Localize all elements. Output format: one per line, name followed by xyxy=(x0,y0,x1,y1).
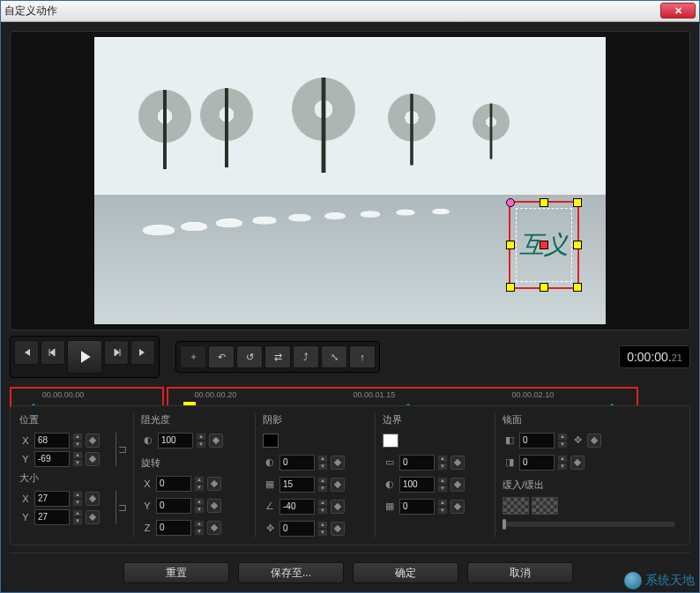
keyframe-toggle[interactable] xyxy=(331,500,345,514)
spinner[interactable]: ▲▼ xyxy=(317,499,328,515)
add-key-button[interactable]: ✦ xyxy=(180,345,206,368)
titlebar[interactable]: 自定义动作 xyxy=(1,1,699,22)
border-color-swatch[interactable] xyxy=(383,434,398,448)
shadow-color-swatch[interactable] xyxy=(263,434,279,448)
keyframe-toggle[interactable] xyxy=(207,477,221,491)
tool-up-icon[interactable]: ↑ xyxy=(349,345,376,368)
spinner[interactable]: ▲▼ xyxy=(317,477,328,493)
play-button[interactable] xyxy=(67,340,102,374)
mirror-dist-input[interactable] xyxy=(519,433,555,448)
border-blur-input[interactable] xyxy=(399,499,435,515)
keyframe-toggle[interactable] xyxy=(570,456,585,470)
spinner[interactable]: ▲▼ xyxy=(317,455,328,471)
shadow-opacity-input[interactable] xyxy=(279,455,315,471)
tool-swap-icon[interactable]: ⇄ xyxy=(264,345,291,368)
keyframe-toggle[interactable] xyxy=(207,521,221,535)
ease-label: 缓入/缓出 xyxy=(503,478,675,492)
ease-slider[interactable] xyxy=(503,522,675,527)
watermark: 系统天地 xyxy=(624,572,695,589)
handle-resize[interactable] xyxy=(540,198,548,207)
spinner[interactable]: ▲▼ xyxy=(437,455,448,471)
spinner[interactable]: ▲▼ xyxy=(196,433,206,448)
handle-resize[interactable] xyxy=(573,241,582,249)
next-frame-button[interactable] xyxy=(104,340,129,365)
border-opacity-input[interactable] xyxy=(399,477,435,493)
keyframe-toggle[interactable] xyxy=(86,452,100,466)
spinner[interactable]: ▲▼ xyxy=(437,499,448,515)
spinner[interactable]: ▲▼ xyxy=(557,455,568,471)
handle-resize[interactable] xyxy=(506,283,515,292)
keyframe-toggle[interactable] xyxy=(451,500,465,514)
pos-x-input[interactable] xyxy=(34,433,70,448)
reset-button[interactable]: 重置 xyxy=(123,562,229,583)
keyframe-toggle[interactable] xyxy=(86,434,100,448)
spinner[interactable]: ▲▼ xyxy=(72,509,83,525)
keyframe-toggle[interactable] xyxy=(86,510,100,524)
link-size-icon[interactable]: ⊐ xyxy=(115,491,128,524)
tool-diag-icon[interactable]: ⤡ xyxy=(321,345,347,368)
preview-stage[interactable]: 互义 xyxy=(94,37,606,324)
opacity-input[interactable] xyxy=(158,433,193,448)
ok-button[interactable]: 确定 xyxy=(353,562,458,583)
go-start-button[interactable] xyxy=(14,340,39,365)
keyframe-toggle[interactable] xyxy=(331,456,345,470)
handle-resize[interactable] xyxy=(506,241,515,249)
handle-resize[interactable] xyxy=(573,198,582,207)
mirror-ease-column: 镜面 ◧ ▲▼ ✥ ◨ ▲▼ 缓入/缓出 xyxy=(503,413,681,537)
tool-curve-icon[interactable]: ⤴ xyxy=(293,345,319,368)
spinner[interactable]: ▲▼ xyxy=(557,433,568,448)
border-width-input[interactable] xyxy=(399,455,435,471)
shadow-dist-icon: ✥ xyxy=(263,522,277,536)
shadow-angle-input[interactable] xyxy=(279,499,315,515)
preview-tree xyxy=(479,104,503,159)
tool-reverse-icon[interactable]: ↶ xyxy=(208,345,235,368)
spinner[interactable]: ▲▼ xyxy=(194,476,205,492)
keyframe-toggle[interactable] xyxy=(209,434,223,448)
cancel-button[interactable]: 取消 xyxy=(467,562,573,583)
tool-loop-icon[interactable]: ↺ xyxy=(236,345,263,368)
keyframe-toggle[interactable] xyxy=(451,456,465,470)
handle-rotate[interactable] xyxy=(506,198,515,207)
close-button[interactable] xyxy=(660,3,696,19)
ease-in-preset[interactable] xyxy=(503,497,529,515)
ease-out-preset[interactable] xyxy=(532,497,558,515)
spinner[interactable]: ▲▼ xyxy=(72,491,83,507)
spinner[interactable]: ▲▼ xyxy=(437,477,448,493)
spinner[interactable]: ▲▼ xyxy=(194,520,205,536)
preview-panel: 互义 xyxy=(10,31,690,330)
position-label: 位置 xyxy=(19,413,128,426)
keyframe-toggle[interactable] xyxy=(331,522,345,536)
handle-resize[interactable] xyxy=(540,283,548,292)
shadow-blur-input[interactable] xyxy=(279,477,315,493)
keyframe-toggle[interactable] xyxy=(451,478,465,492)
keyframe-toggle[interactable] xyxy=(86,492,100,506)
mirror-opacity-input[interactable] xyxy=(519,455,555,471)
save-as-button[interactable]: 保存至... xyxy=(238,562,344,583)
link-xy-icon[interactable]: ⊐ xyxy=(115,433,128,466)
border-blur-icon: ▦ xyxy=(383,500,397,514)
pos-y-input[interactable] xyxy=(34,451,70,467)
move-icon[interactable]: ✥ xyxy=(570,434,585,448)
spinner[interactable]: ▲▼ xyxy=(72,451,83,467)
shadow-blur-icon: ▦ xyxy=(263,478,277,492)
spinner[interactable]: ▲▼ xyxy=(194,498,205,514)
go-end-button[interactable] xyxy=(130,340,155,365)
keyframe-toggle[interactable] xyxy=(587,434,601,448)
rot-z-label: Z xyxy=(141,523,153,533)
tool-group: ✦ ↶ ↺ ⇄ ⤴ ⤡ ↑ xyxy=(175,341,380,373)
preview-tree xyxy=(302,78,345,173)
size-y-input[interactable] xyxy=(34,509,70,525)
overlay-object[interactable]: 互义 xyxy=(509,201,579,289)
spinner[interactable]: ▲▼ xyxy=(317,521,328,537)
rot-y-input[interactable] xyxy=(156,498,191,514)
rot-z-input[interactable] xyxy=(156,520,191,536)
size-x-input[interactable] xyxy=(34,491,70,507)
prev-frame-button[interactable] xyxy=(41,340,65,365)
handle-resize[interactable] xyxy=(573,283,582,292)
handle-center[interactable] xyxy=(540,241,548,249)
shadow-dist-input[interactable] xyxy=(279,521,315,537)
keyframe-toggle[interactable] xyxy=(207,499,221,513)
rot-x-input[interactable] xyxy=(156,476,191,492)
spinner[interactable]: ▲▼ xyxy=(72,433,83,448)
keyframe-toggle[interactable] xyxy=(331,478,345,492)
